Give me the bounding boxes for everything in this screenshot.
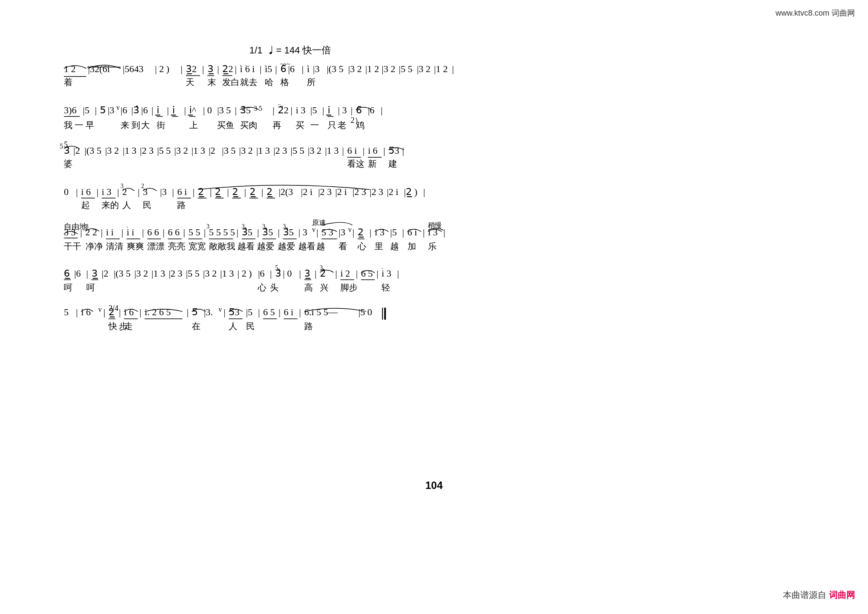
- svg-text:原速: 原速: [312, 219, 326, 226]
- svg-text:i 3: i 3: [102, 187, 111, 197]
- svg-text:i̲^: i̲^: [187, 105, 196, 116]
- svg-text:|2 3: |2 3: [370, 187, 384, 197]
- svg-text:6 i: 6 i: [347, 145, 357, 156]
- svg-text:|1 2: |1 2: [434, 64, 448, 74]
- svg-text:|: |: [299, 268, 301, 279]
- svg-text:2̲: 2̲: [250, 187, 256, 197]
- svg-text:|: |: [257, 227, 259, 238]
- svg-text:|: |: [273, 105, 274, 116]
- svg-text:|: |: [270, 268, 272, 279]
- svg-text:|: |: [167, 105, 169, 116]
- svg-text:2̂: 2̂: [320, 268, 326, 279]
- svg-text:再: 再: [273, 120, 281, 130]
- svg-text:|: |: [187, 307, 188, 317]
- svg-text:敞敞我 越看: 敞敞我 越看: [209, 241, 255, 251]
- svg-text:|(3 5: |(3 5: [85, 145, 102, 156]
- svg-text:|: |: [402, 227, 404, 238]
- svg-text:6.i  5  5—: 6.i 5 5—: [304, 307, 338, 317]
- svg-text:|: |: [342, 145, 344, 156]
- svg-text:|: |: [402, 145, 404, 156]
- svg-text:| 0: | 0: [203, 105, 212, 116]
- svg-text:6̲: 6̲: [64, 268, 70, 279]
- svg-text:3̂5: 3̂5: [242, 227, 253, 238]
- svg-text:|: |: [210, 187, 212, 197]
- svg-text:2̲: 2̲: [108, 307, 115, 317]
- svg-text:|3: |3: [160, 187, 167, 197]
- svg-text:| 2 ): | 2 ): [237, 268, 252, 279]
- svg-text:看这: 看这: [347, 159, 365, 168]
- svg-text:轻: 轻: [381, 283, 390, 292]
- svg-text:|: |: [202, 64, 204, 74]
- svg-text:心: 心: [257, 283, 266, 292]
- svg-text:|3 2: |3 2: [348, 64, 362, 74]
- svg-text:|5: |5: [310, 105, 317, 116]
- svg-text:i̲: i̲: [155, 105, 161, 116]
- svg-text:|: |: [351, 105, 352, 116]
- svg-text:|: |: [181, 64, 182, 74]
- svg-text:|: |: [258, 307, 260, 317]
- svg-text:|6: |6: [121, 105, 127, 116]
- svg-text:人: 人: [122, 200, 131, 210]
- svg-text:2: 2: [122, 187, 127, 197]
- svg-text:走: 走: [124, 321, 133, 331]
- svg-text:v: v: [98, 306, 102, 313]
- svg-text:3̲2: 3̲2: [186, 64, 197, 74]
- svg-text:|: |: [299, 307, 301, 317]
- svg-text:亮亮: 亮亮: [168, 241, 185, 251]
- svg-text:|: |: [260, 64, 261, 74]
- svg-text:0: 0: [64, 187, 69, 197]
- svg-text:6 6: 6 6: [168, 227, 180, 238]
- svg-text:|: |: [172, 187, 174, 197]
- svg-text:路: 路: [304, 321, 313, 331]
- svg-text:|  2 ): | 2 ): [155, 64, 169, 74]
- svg-text:|: |: [335, 268, 337, 279]
- svg-text:只: 只: [328, 120, 336, 130]
- svg-text:|3 2: |3 2: [417, 64, 431, 74]
- svg-text:爽爽: 爽爽: [127, 241, 144, 251]
- svg-text:|: |: [302, 64, 303, 74]
- svg-text:|: |: [397, 268, 399, 279]
- svg-text:|6: |6: [141, 105, 148, 116]
- svg-text:|3 2: |3 2: [239, 145, 253, 156]
- svg-text:|5: |5: [390, 227, 397, 238]
- svg-text:兴: 兴: [320, 283, 329, 292]
- svg-text:|: |: [227, 187, 229, 197]
- svg-text:3̲: 3̲: [92, 268, 98, 279]
- svg-text:心: 心: [357, 241, 366, 251]
- svg-text:|: |: [95, 105, 96, 116]
- svg-text:发白: 发白: [222, 77, 240, 87]
- svg-text:买肉: 买肉: [240, 120, 257, 130]
- svg-text:|: |: [122, 227, 123, 238]
- svg-text:|3 2: |3 2: [135, 268, 148, 279]
- svg-text:|(3 5: |(3 5: [327, 64, 344, 74]
- svg-text:着: 着: [64, 77, 72, 87]
- svg-text:|5 5: |5 5: [157, 145, 171, 156]
- svg-text:3̂: 3̂: [275, 268, 281, 279]
- svg-text:|2(3: |2(3: [279, 187, 293, 197]
- site-link[interactable]: 词曲网: [829, 590, 855, 600]
- svg-text:5: 5: [59, 142, 63, 150]
- svg-text:|: |: [217, 64, 219, 74]
- svg-text:|2 3: |2 3: [352, 187, 366, 197]
- svg-text:|: |: [363, 145, 365, 156]
- svg-text:|2: |2: [73, 145, 80, 156]
- svg-text:|: |: [423, 227, 424, 238]
- svg-text:看: 看: [339, 241, 347, 251]
- svg-text:|5: |5: [246, 307, 253, 317]
- svg-text:|3 2: |3 2: [105, 145, 119, 156]
- svg-text:街: 街: [157, 120, 165, 130]
- svg-text:|1 3: |1 3: [151, 268, 165, 279]
- svg-text:|: |: [138, 187, 139, 197]
- source-text: 本曲谱源自: [783, 590, 826, 600]
- svg-text:|: |: [244, 187, 246, 197]
- svg-text:3 5: 3 5: [254, 105, 263, 112]
- svg-text:6 5: 6 5: [361, 268, 373, 279]
- svg-text:所: 所: [307, 77, 316, 87]
- svg-text:来的: 来的: [102, 200, 119, 210]
- svg-text:|: |: [279, 307, 280, 317]
- svg-text:2 2: 2 2: [85, 227, 97, 238]
- svg-text:婆: 婆: [64, 159, 72, 168]
- svg-text:|: |: [383, 145, 385, 156]
- bottom-attribution: 本曲谱源自 词曲网: [783, 589, 855, 601]
- svg-text:|2 3: |2 3: [140, 145, 154, 156]
